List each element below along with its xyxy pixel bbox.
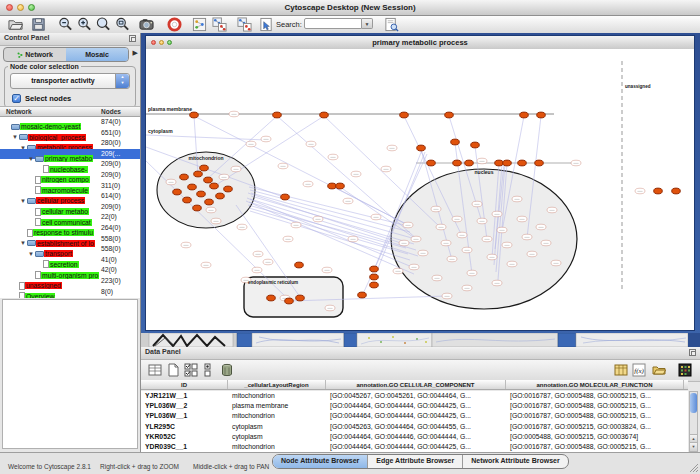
graph-node[interactable]: [465, 160, 474, 166]
tree-row[interactable]: ▼metabolic process280(0): [0, 138, 140, 149]
graph-node-label[interactable]: [571, 160, 581, 166]
graph-node[interactable]: [183, 197, 192, 203]
search-input[interactable]: [304, 18, 362, 29]
graph-node-label[interactable]: [436, 224, 446, 230]
tree-row[interactable]: nitrogen compo209(0): [0, 170, 140, 181]
table-column-header[interactable]: annotation.GO MOLECULAR_FUNCTION: [506, 380, 684, 389]
snapshot-icon[interactable]: [139, 17, 154, 32]
graph-node-label[interactable]: [393, 268, 403, 274]
graph-node[interactable]: [370, 274, 379, 280]
attribute-checklist-icon[interactable]: [184, 363, 198, 377]
tree-row[interactable]: ▼biological_process651(0): [0, 128, 140, 139]
graph-node-label[interactable]: [403, 222, 413, 228]
graph-node-label[interactable]: [447, 256, 457, 262]
graph-node[interactable]: [200, 165, 209, 171]
graph-node-label[interactable]: [313, 216, 323, 222]
graph-node[interactable]: [173, 189, 182, 195]
graph-node-label[interactable]: [348, 236, 358, 242]
graph-node-label[interactable]: [261, 136, 271, 142]
tab-network-attribute-browser[interactable]: Network Attribute Browser: [463, 455, 567, 468]
table-row[interactable]: YJR121W__1mitochondrion[GO:0045267, GO:0…: [141, 391, 688, 401]
graph-node-label[interactable]: [467, 270, 477, 276]
delete-attribute-icon[interactable]: [220, 363, 234, 377]
tree-row[interactable]: ▼transport558(0): [0, 244, 140, 255]
graph-node[interactable]: [194, 171, 203, 177]
float-data-panel-icon[interactable]: [689, 349, 696, 356]
graph-node[interactable]: [328, 183, 337, 189]
graph-node[interactable]: [267, 295, 276, 301]
graph-node-label[interactable]: [211, 218, 221, 224]
select-attributes-icon[interactable]: [148, 363, 162, 377]
graph-node-label[interactable]: [487, 254, 497, 260]
matrix-icon[interactable]: [678, 363, 692, 377]
graph-node-label[interactable]: [452, 216, 462, 222]
graph-node[interactable]: [197, 191, 206, 197]
graph-node-label[interactable]: [507, 261, 517, 267]
search-config-icon[interactable]: [384, 17, 399, 32]
graph-node[interactable]: [224, 186, 233, 192]
graph-node[interactable]: [204, 177, 213, 183]
graph-node-label[interactable]: [462, 247, 472, 253]
graph-node-label[interactable]: [283, 236, 293, 242]
graph-node[interactable]: [453, 160, 462, 166]
graph-node-label[interactable]: [219, 174, 229, 180]
graph-node-label[interactable]: [517, 216, 527, 222]
graph-node-label[interactable]: [181, 242, 191, 248]
tree-row[interactable]: ▼cellular process614(0): [0, 191, 140, 202]
tab-edge-attribute-browser[interactable]: Edge Attribute Browser: [368, 455, 463, 468]
graph-node-label[interactable]: [322, 267, 332, 273]
network-window-titlebar[interactable]: primary metabolic process: [146, 36, 694, 50]
graph-node-label[interactable]: [441, 240, 451, 246]
table-row[interactable]: YPL036W__1mitochondrion[GO:0044464, GO:0…: [141, 411, 688, 421]
resize-grip[interactable]: [687, 461, 699, 473]
table-row[interactable]: YKR052Ccytoplasm[GO:0044464, GO:0044446,…: [141, 432, 688, 442]
graph-node[interactable]: [654, 188, 663, 194]
attribute-table-icon[interactable]: [614, 363, 628, 377]
graph-node[interactable]: [471, 142, 480, 148]
birdseye-view[interactable]: [2, 299, 138, 449]
more-tabs-button[interactable]: ▶: [133, 49, 138, 57]
graph-node[interactable]: [400, 112, 409, 118]
graph-node-label[interactable]: [541, 240, 551, 246]
graph-node-label[interactable]: [351, 171, 361, 177]
birdseye-view-icon[interactable]: [192, 17, 207, 32]
graph-node-label[interactable]: [492, 211, 502, 217]
graph-node[interactable]: [518, 160, 527, 166]
graph-node-label[interactable]: [263, 259, 273, 265]
graph-node-label[interactable]: [237, 224, 247, 230]
graph-node[interactable]: [370, 282, 379, 288]
graph-node-label[interactable]: [635, 188, 645, 194]
help-icon[interactable]: [167, 17, 182, 32]
background-windows[interactable]: [141, 333, 700, 347]
graph-node-label[interactable]: [411, 236, 421, 242]
graph-node[interactable]: [296, 295, 305, 301]
graph-node-label[interactable]: [502, 242, 512, 248]
graph-node-label[interactable]: [306, 141, 316, 147]
float-panel-icon[interactable]: [129, 35, 136, 42]
graph-node-label[interactable]: [522, 234, 532, 240]
graph-node[interactable]: [295, 262, 304, 268]
attribute-pair-icon[interactable]: [202, 363, 216, 377]
graph-node-label[interactable]: [325, 305, 335, 311]
graph-node-label[interactable]: [387, 145, 397, 151]
graph-node-label[interactable]: [409, 264, 419, 270]
scroll-down-icon[interactable]: ▼: [690, 442, 697, 451]
graph-node-label[interactable]: [166, 179, 176, 185]
graph-node-label[interactable]: [492, 280, 502, 286]
scrollbar-thumb[interactable]: [690, 393, 697, 413]
zoom-fit-icon[interactable]: [96, 17, 111, 32]
color-attribute-dropdown[interactable]: transporter activity ▲▼: [10, 73, 130, 89]
graph-node[interactable]: [281, 194, 290, 200]
graph-node[interactable]: [427, 160, 436, 166]
graph-node[interactable]: [520, 112, 529, 118]
table-scrollbar[interactable]: ▲ ▼: [689, 391, 698, 452]
graph-node-label[interactable]: [246, 141, 256, 147]
graph-node[interactable]: [273, 112, 282, 118]
graph-node[interactable]: [216, 193, 225, 199]
graph-node-label[interactable]: [536, 224, 546, 230]
graph-node-label[interactable]: [303, 181, 313, 187]
graph-node-label[interactable]: [418, 250, 428, 256]
graph-node[interactable]: [535, 160, 544, 166]
graph-node-label[interactable]: [482, 236, 492, 242]
tree-row[interactable]: secretion41(0): [0, 255, 140, 266]
